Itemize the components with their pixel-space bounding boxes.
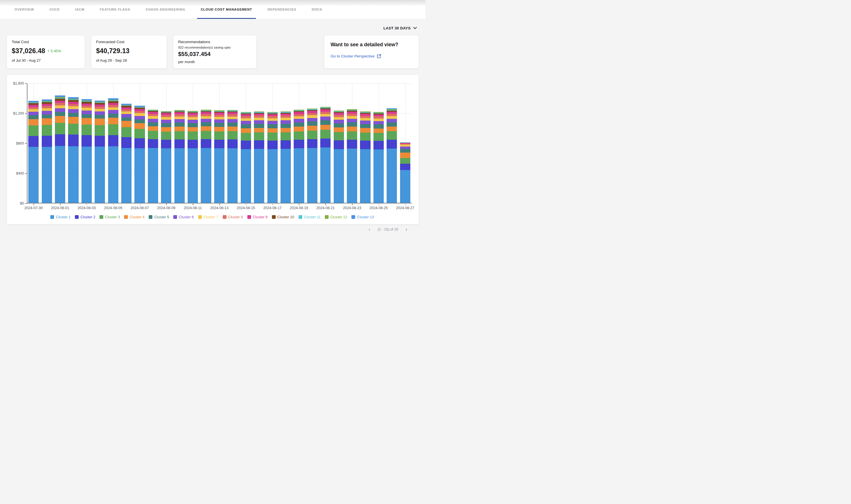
legend-label: Cluster 1 (56, 215, 71, 219)
bar-segment-cluster-8 (55, 103, 65, 105)
bar-2024-08-12[interactable] (201, 110, 211, 203)
bar-segment-cluster-8 (360, 116, 370, 118)
tab-overview[interactable]: OVERVIEW (11, 0, 38, 19)
bar-segment-cluster-5 (320, 120, 331, 125)
top-nav: OVERVIEWCI/CDIACMFEATURE FLAGSCHAOS ENGI… (0, 0, 426, 19)
bar-segment-cluster-7 (254, 118, 264, 120)
legend-item-cluster-2[interactable]: Cluster 2 (75, 215, 95, 219)
bar-segment-cluster-5 (55, 112, 65, 116)
bar-segment-cluster-2 (161, 140, 171, 148)
tab-chaos-engineering[interactable]: CHAOS ENGINEERING (142, 0, 189, 19)
bar-2024-08-08[interactable] (148, 110, 158, 203)
recommendations-suffix: per month (178, 60, 251, 64)
cost-chart-card: $0$400$800$1,200$1,6002024-07-302024-08-… (7, 75, 419, 224)
x-axis-label: 2024-08-23 (343, 206, 361, 210)
bar-2024-08-10[interactable] (174, 110, 185, 203)
bar-segment-cluster-9 (174, 112, 185, 114)
tab-ci-cd[interactable]: CI/CD (46, 0, 63, 19)
bar-segment-cluster-8 (307, 113, 317, 115)
forecasted-cost-period: of Aug 29 - Sep 28 (96, 58, 162, 62)
bar-2024-08-27[interactable] (400, 142, 410, 203)
bar-2024-08-06[interactable] (121, 104, 132, 203)
y-tick-mark (25, 173, 27, 174)
bar-segment-cluster-3 (188, 131, 198, 140)
legend-swatch (173, 215, 177, 219)
bar-segment-cluster-3 (347, 131, 357, 140)
bar-2024-08-25[interactable] (374, 112, 384, 203)
bar-2024-08-26[interactable] (387, 108, 397, 203)
tab-cloud-cost-management[interactable]: CLOUD COST MANAGEMENT (197, 0, 256, 19)
bar-segment-cluster-2 (227, 140, 238, 148)
bar-segment-cluster-6 (241, 121, 251, 124)
legend-item-cluster-9[interactable]: Cluster 9 (247, 215, 268, 219)
bar-2024-08-13[interactable] (214, 110, 224, 203)
legend-item-cluster-4[interactable]: Cluster 4 (124, 215, 144, 219)
bar-segment-cluster-4 (307, 126, 317, 130)
tab-dependencies[interactable]: DEPENDENCIES (264, 0, 300, 19)
legend-item-cluster-12[interactable]: Cluster 12 (325, 215, 347, 219)
legend-item-cluster-8[interactable]: Cluster 8 (223, 215, 243, 219)
bar-2024-07-30[interactable] (28, 101, 39, 203)
tab-iacm[interactable]: IACM (71, 0, 88, 19)
bar-segment-cluster-6 (161, 120, 171, 123)
bar-segment-cluster-6 (188, 120, 198, 123)
bar-segment-cluster-5 (28, 115, 39, 119)
recommendations-value: $55,037.454 (178, 51, 251, 57)
pagination-label: (1 - 15) of 15 (378, 228, 398, 231)
legend-item-cluster-13[interactable]: Cluster 13 (351, 215, 374, 219)
bar-segment-cluster-8 (134, 111, 145, 113)
bar-segment-cluster-2 (201, 139, 211, 148)
tab-feature-flags[interactable]: FEATURE FLAGS (96, 0, 134, 19)
bar-segment-cluster-5 (188, 123, 198, 127)
bar-segment-cluster-2 (347, 140, 357, 148)
bar-2024-08-18[interactable] (280, 111, 291, 203)
bar-2024-08-03[interactable] (82, 99, 92, 203)
bar-2024-08-07[interactable] (134, 106, 145, 203)
bar-2024-08-19[interactable] (294, 110, 304, 203)
bar-segment-cluster-5 (108, 114, 118, 118)
bar-segment-cluster-7 (294, 116, 304, 119)
bar-2024-08-11[interactable] (188, 111, 198, 203)
tab-docs[interactable]: DOCS (308, 0, 326, 19)
bar-2024-08-22[interactable] (334, 111, 344, 203)
bar-segment-cluster-9 (42, 104, 52, 106)
bar-2024-08-14[interactable] (227, 110, 238, 203)
bar-segment-cluster-2 (334, 140, 344, 149)
legend-item-cluster-6[interactable]: Cluster 6 (173, 215, 194, 219)
bar-segment-cluster-7 (347, 116, 357, 119)
bar-2024-08-01[interactable] (55, 95, 65, 203)
bar-2024-08-24[interactable] (360, 111, 370, 203)
bar-2024-08-21[interactable] (320, 107, 331, 203)
cluster-perspective-link[interactable]: Go to Cluster Perspective (331, 54, 412, 58)
bar-segment-cluster-6 (214, 120, 224, 123)
bar-2024-08-17[interactable] (267, 112, 278, 203)
total-cost-title: Total Cost (12, 40, 80, 44)
bar-segment-cluster-8 (280, 115, 291, 118)
bar-segment-cluster-2 (307, 139, 317, 148)
legend-item-cluster-5[interactable]: Cluster 5 (149, 215, 169, 219)
prev-page-button[interactable]: ‹ (369, 227, 370, 232)
bar-segment-cluster-2 (174, 140, 185, 148)
legend-item-cluster-3[interactable]: Cluster 3 (100, 215, 120, 219)
bar-2024-07-31[interactable] (42, 100, 52, 203)
bar-2024-08-16[interactable] (254, 111, 264, 203)
bar-2024-08-09[interactable] (161, 111, 171, 203)
legend-swatch (100, 215, 103, 219)
bar-segment-cluster-3 (55, 123, 65, 134)
bar-2024-08-02[interactable] (68, 97, 79, 203)
x-axis-label: 2024-07-30 (24, 206, 42, 210)
date-range-picker[interactable]: LAST 30 DAYS (383, 26, 417, 30)
bar-2024-08-05[interactable] (108, 98, 118, 203)
bar-segment-cluster-1 (28, 147, 39, 203)
legend-item-cluster-7[interactable]: Cluster 7 (198, 215, 219, 219)
next-page-button[interactable]: › (405, 227, 407, 232)
bar-segment-cluster-7 (387, 116, 397, 119)
legend-item-cluster-10[interactable]: Cluster 10 (272, 215, 294, 219)
bar-2024-08-23[interactable] (347, 109, 357, 203)
bar-2024-08-15[interactable] (241, 112, 251, 203)
legend-item-cluster-11[interactable]: Cluster 11 (298, 215, 320, 219)
legend-item-cluster-1[interactable]: Cluster 1 (50, 215, 71, 219)
bar-2024-08-20[interactable] (307, 109, 317, 203)
bar-segment-cluster-9 (28, 105, 39, 107)
bar-2024-08-04[interactable] (95, 101, 105, 203)
